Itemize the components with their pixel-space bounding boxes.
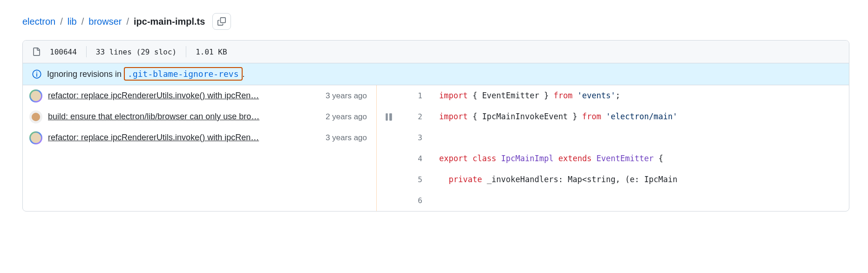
breadcrumb-sep: / [60,16,63,27]
breadcrumb-current: ipc-main-impl.ts [134,16,205,27]
divider [186,46,186,57]
commit-message-link[interactable]: refactor: replace ipcRendererUtils.invok… [48,133,320,143]
breadcrumb-link-lib[interactable]: lib [68,16,77,27]
commit-message-link[interactable]: build: ensure that electron/lib/browser … [48,112,320,122]
file-icon [32,48,41,56]
ignore-revs-banner: Ignoring revisions in .git-blame-ignore-… [23,63,849,85]
code-column: import { EventEmitter } from 'events';im… [433,85,849,211]
file-size: 1.01 KB [196,48,227,56]
divider [86,46,87,57]
commit-time: 3 years ago [326,91,367,101]
breadcrumb-link-browser[interactable]: browser [88,16,122,27]
line-number[interactable]: 1 [401,85,433,106]
blame-row: refactor: replace ipcRendererUtils.invok… [23,127,376,148]
file-header: 100644 33 lines (29 sloc) 1.01 KB [23,41,849,63]
code-line: private _invokeHandlers: Map<string, (e:… [433,169,849,190]
line-number[interactable]: 6 [401,190,433,211]
reblame-gutter [377,85,401,211]
commit-message-link[interactable]: refactor: replace ipcRendererUtils.invok… [48,91,320,101]
code-line [433,190,849,211]
file-line-count: 33 lines (29 sloc) [96,48,176,56]
blame-row: refactor: replace ipcRendererUtils.invok… [23,85,376,106]
banner-suffix: . [243,69,245,79]
gutter-cell [377,190,401,211]
code-line: import { EventEmitter } from 'events'; [433,85,849,106]
breadcrumb: electron / lib / browser / ipc-main-impl… [22,13,849,30]
ignore-revs-link[interactable]: .git-blame-ignore-revs [124,67,242,81]
svg-rect-4 [389,113,392,121]
code-line: import { IpcMainInvokeEvent } from 'elec… [433,106,849,127]
avatar[interactable] [29,131,42,144]
gutter-cell [377,148,401,169]
avatar[interactable] [29,89,42,102]
svg-point-2 [36,72,37,73]
svg-rect-3 [386,113,388,121]
file-mode: 100644 [50,48,77,56]
file-panel: 100644 33 lines (29 sloc) 1.01 KB Ignori… [22,40,849,212]
copy-icon [217,17,226,26]
code-line: export class IpcMainImpl extends EventEm… [433,148,849,169]
gutter-cell [377,169,401,190]
banner-prefix: Ignoring revisions in [47,69,124,79]
banner-text: Ignoring revisions in .git-blame-ignore-… [47,69,245,79]
commit-time: 3 years ago [326,133,367,143]
gutter-cell [377,106,401,127]
line-number[interactable]: 4 [401,148,433,169]
blame-code-column: 123456 import { EventEmitter } from 'eve… [377,85,849,211]
gutter-cell [377,85,401,106]
line-number[interactable]: 2 [401,106,433,127]
copy-path-button[interactable] [212,13,231,30]
blame-body: refactor: replace ipcRendererUtils.invok… [23,85,849,211]
gutter-cell [377,127,401,148]
code-line [433,127,849,148]
blame-commits-column: refactor: replace ipcRendererUtils.invok… [23,85,377,211]
info-icon [32,69,41,79]
blame-row: build: ensure that electron/lib/browser … [23,106,376,127]
breadcrumb-link-electron[interactable]: electron [22,16,55,27]
reblame-icon[interactable] [385,113,393,121]
breadcrumb-sep: / [126,16,129,27]
avatar[interactable] [29,110,42,123]
line-number[interactable]: 3 [401,127,433,148]
line-number-column: 123456 [401,85,433,211]
commit-time: 2 years ago [326,112,367,122]
breadcrumb-sep: / [81,16,84,27]
line-number[interactable]: 5 [401,169,433,190]
